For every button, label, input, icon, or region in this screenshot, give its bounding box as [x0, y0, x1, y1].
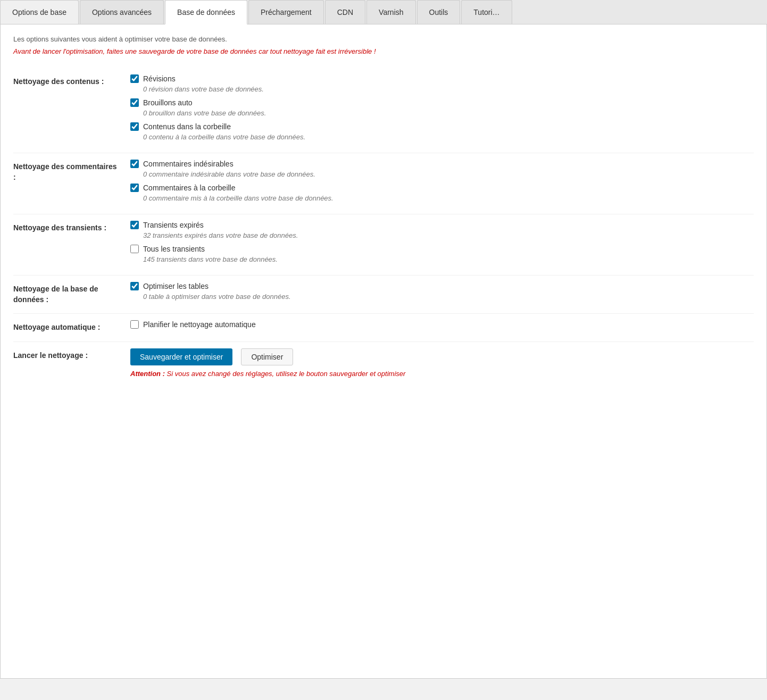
attention-prefix: Attention :: [130, 370, 165, 378]
checkbox-planifier-nettoyage[interactable]: [130, 320, 139, 329]
checkbox-transients-expires[interactable]: [130, 221, 139, 229]
section-nettoyage-automatique: Nettoyage automatique : Planifier le net…: [13, 314, 754, 342]
tab-options-avancees[interactable]: Options avancées: [80, 0, 164, 24]
section-fields-automatique: Planifier le nettoyage automatique: [130, 314, 754, 342]
section-lancer-nettoyage: Lancer le nettoyage : Sauvegarder et opt…: [13, 341, 754, 384]
checkbox-row-transients-expires: Transients expirés: [130, 221, 754, 229]
tab-prechargement[interactable]: Préchargement: [248, 0, 324, 24]
tab-base-de-donnees[interactable]: Base de données: [165, 0, 247, 24]
section-label-transients: Nettoyage des transients :: [13, 214, 130, 276]
section-nettoyage-base: Nettoyage de la base de données : Optimi…: [13, 276, 754, 314]
label-transients-expires[interactable]: Transients expirés: [143, 221, 204, 229]
label-tous-transients[interactable]: Tous les transients: [143, 245, 205, 253]
tab-cdn[interactable]: CDN: [325, 0, 365, 24]
info-text: Les options suivantes vous aident à opti…: [13, 35, 754, 43]
label-commentaires-indesirables[interactable]: Commentaires indésirables: [143, 160, 234, 168]
checkbox-row-revisions: Révisions: [130, 74, 754, 83]
checkbox-revisions[interactable]: [130, 74, 139, 83]
btn-optimiser[interactable]: Optimiser: [241, 348, 293, 365]
section-nettoyage-transients: Nettoyage des transients : Transients ex…: [13, 214, 754, 276]
hint-commentaires-corbeille: 0 commentaire mis à la corbeille dans vo…: [143, 194, 754, 202]
checkbox-optimiser-tables[interactable]: [130, 282, 139, 290]
hint-brouillons-auto: 0 brouillon dans votre base de données.: [143, 109, 754, 117]
label-planifier-nettoyage[interactable]: Planifier le nettoyage automatique: [143, 320, 256, 329]
hint-tous-transients: 145 transients dans votre base de donnée…: [143, 255, 754, 263]
checkbox-row-commentaires-indesirables: Commentaires indésirables: [130, 160, 754, 168]
checkbox-brouillons-auto[interactable]: [130, 98, 139, 107]
section-fields-transients: Transients expirés 32 transients expirés…: [130, 214, 754, 276]
content-area: Les options suivantes vous aident à opti…: [0, 24, 767, 679]
attention-text: Attention : Si vous avez changé des régl…: [130, 370, 754, 378]
checkbox-row-planifier: Planifier le nettoyage automatique: [130, 320, 754, 329]
section-label-automatique: Nettoyage automatique :: [13, 314, 130, 342]
fields-lancer-nettoyage: Sauvegarder et optimiser Optimiser Atten…: [130, 341, 754, 384]
checkbox-row-commentaires-corbeille: Commentaires à la corbeille: [130, 184, 754, 192]
section-nettoyage-contenus: Nettoyage des contenus : Révisions 0 rév…: [13, 68, 754, 153]
checkbox-tous-transients[interactable]: [130, 245, 139, 253]
label-lancer-nettoyage: Lancer le nettoyage :: [13, 341, 130, 384]
label-optimiser-tables[interactable]: Optimiser les tables: [143, 282, 209, 290]
hint-contenus-corbeille: 0 contenu à la corbeille dans votre base…: [143, 133, 754, 141]
tab-varnish[interactable]: Varnish: [366, 0, 415, 24]
section-fields-contenus: Révisions 0 révision dans votre base de …: [130, 68, 754, 153]
checkbox-row-contenus-corbeille: Contenus dans la corbeille: [130, 122, 754, 131]
warning-text: Avant de lancer l'optimisation, faites u…: [13, 47, 754, 55]
form-table: Nettoyage des contenus : Révisions 0 rév…: [13, 68, 754, 384]
section-fields-commentaires: Commentaires indésirables 0 commentaire …: [130, 153, 754, 214]
section-label-contenus: Nettoyage des contenus :: [13, 68, 130, 153]
section-label-base: Nettoyage de la base de données :: [13, 276, 130, 314]
btn-sauvegarder-optimiser[interactable]: Sauvegarder et optimiser: [130, 348, 232, 365]
label-commentaires-corbeille[interactable]: Commentaires à la corbeille: [143, 184, 236, 192]
tab-outils[interactable]: Outils: [417, 0, 461, 24]
buttons-row: Sauvegarder et optimiser Optimiser: [130, 348, 754, 365]
checkbox-commentaires-indesirables[interactable]: [130, 160, 139, 168]
hint-commentaires-indesirables: 0 commentaire indésirable dans votre bas…: [143, 170, 754, 178]
label-brouillons-auto[interactable]: Brouillons auto: [143, 98, 193, 107]
hint-optimiser-tables: 0 table à optimiser dans votre base de d…: [143, 293, 754, 301]
attention-body: Si vous avez changé des réglages, utilis…: [165, 370, 405, 378]
checkbox-row-optimiser-tables: Optimiser les tables: [130, 282, 754, 290]
checkbox-commentaires-corbeille[interactable]: [130, 184, 139, 192]
label-revisions[interactable]: Révisions: [143, 74, 176, 83]
checkbox-row-tous-transients: Tous les transients: [130, 245, 754, 253]
label-contenus-corbeille[interactable]: Contenus dans la corbeille: [143, 122, 231, 131]
checkbox-contenus-corbeille[interactable]: [130, 122, 139, 131]
hint-revisions: 0 révision dans votre base de données.: [143, 85, 754, 93]
section-label-commentaires: Nettoyage des commentaires :: [13, 153, 130, 214]
page-wrapper: Options de base Options avancées Base de…: [0, 0, 767, 700]
checkbox-row-brouillons: Brouillons auto: [130, 98, 754, 107]
section-nettoyage-commentaires: Nettoyage des commentaires : Commentaire…: [13, 153, 754, 214]
hint-transients-expires: 32 transients expirés dans votre base de…: [143, 231, 754, 239]
section-fields-base: Optimiser les tables 0 table à optimiser…: [130, 276, 754, 314]
tab-options-base[interactable]: Options de base: [0, 0, 79, 24]
tabs-bar: Options de base Options avancées Base de…: [0, 0, 767, 24]
tab-tutoriels[interactable]: Tutori…: [461, 0, 512, 24]
